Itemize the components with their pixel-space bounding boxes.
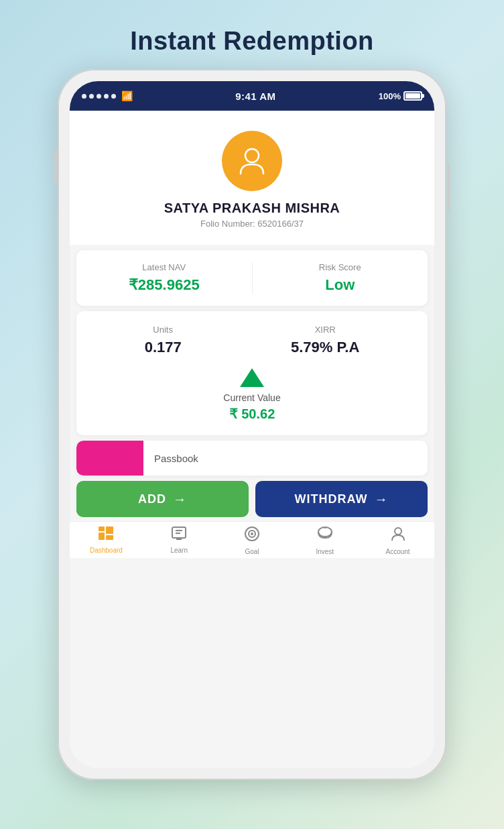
goal-label: Goal bbox=[245, 548, 259, 555]
bottom-nav: Dashboard Learn bbox=[70, 521, 434, 558]
withdraw-label: WITHDRAW bbox=[295, 492, 368, 506]
add-label: ADD bbox=[138, 492, 166, 506]
withdraw-button[interactable]: WITHDRAW → bbox=[255, 481, 428, 517]
add-button[interactable]: ADD → bbox=[76, 481, 249, 517]
phone-frame: 📶 9:41 AM 100% SATYA PRAKASH M bbox=[58, 69, 446, 780]
svg-rect-4 bbox=[106, 535, 113, 540]
current-value-amount: ₹ 50.62 bbox=[229, 406, 275, 422]
risk-label: Risk Score bbox=[319, 262, 361, 272]
xirr-value: 5.79% P.A bbox=[291, 339, 359, 356]
user-name: SATYA PRAKASH MISHRA bbox=[164, 201, 340, 216]
svg-rect-3 bbox=[106, 527, 113, 534]
dashboard-label: Dashboard bbox=[90, 547, 123, 554]
nav-cell: Latest NAV ₹285.9625 bbox=[76, 262, 253, 294]
current-value-label: Current Value bbox=[223, 392, 280, 403]
risk-value: Low bbox=[325, 276, 355, 294]
nav-value: ₹285.9625 bbox=[129, 276, 200, 294]
invest-label: Invest bbox=[316, 548, 334, 555]
units-row: Units 0.177 XIRR 5.79% P.A bbox=[90, 325, 414, 356]
add-arrow-icon: → bbox=[173, 492, 187, 507]
side-button-left bbox=[54, 150, 57, 183]
svg-rect-2 bbox=[99, 533, 105, 540]
dashboard-icon bbox=[98, 526, 114, 545]
page-title: Instant Redemption bbox=[130, 27, 374, 56]
stats-card: Latest NAV ₹285.9625 Risk Score Low bbox=[76, 250, 428, 306]
status-bar: 📶 9:41 AM 100% bbox=[70, 81, 434, 111]
signal-dot-2 bbox=[89, 94, 94, 99]
units-label: Units bbox=[153, 325, 173, 335]
account-icon bbox=[390, 526, 406, 546]
svg-point-12 bbox=[251, 533, 253, 535]
signal-dot-3 bbox=[97, 94, 101, 99]
goal-icon bbox=[244, 526, 260, 546]
current-value-section: Current Value ₹ 50.62 bbox=[90, 368, 414, 422]
battery-icon bbox=[403, 91, 422, 101]
learn-icon bbox=[171, 526, 187, 545]
units-cell: Units 0.177 bbox=[145, 325, 182, 356]
nav-item-account[interactable]: Account bbox=[361, 526, 434, 555]
signal-dot-1 bbox=[82, 94, 86, 99]
units-value: 0.177 bbox=[145, 339, 182, 356]
xirr-cell: XIRR 5.79% P.A bbox=[291, 325, 359, 356]
passbook-label: Passbook bbox=[143, 453, 209, 464]
svg-rect-1 bbox=[99, 527, 105, 531]
nav-label: Latest NAV bbox=[142, 262, 186, 272]
battery-area: 100% bbox=[379, 91, 422, 101]
triangle-up-icon bbox=[240, 368, 264, 387]
folio-number: Folio Number: 6520166/37 bbox=[200, 219, 304, 229]
battery-fill bbox=[405, 93, 420, 99]
status-time: 9:41 AM bbox=[235, 91, 275, 102]
signal-dot-5 bbox=[111, 94, 116, 99]
profile-card: SATYA PRAKASH MISHRA Folio Number: 65201… bbox=[70, 111, 434, 245]
nav-item-dashboard[interactable]: Dashboard bbox=[70, 526, 143, 555]
withdraw-arrow-icon: → bbox=[374, 492, 388, 507]
signal-area: 📶 bbox=[82, 91, 133, 101]
xirr-label: XIRR bbox=[315, 325, 336, 335]
passbook-tab bbox=[76, 441, 143, 476]
nav-item-goal[interactable]: Goal bbox=[216, 526, 289, 555]
learn-label: Learn bbox=[170, 547, 188, 554]
nav-item-invest[interactable]: Invest bbox=[288, 526, 361, 555]
signal-dot-4 bbox=[104, 94, 109, 99]
invest-icon bbox=[316, 526, 334, 546]
passbook-strip[interactable]: Passbook bbox=[76, 441, 428, 476]
nav-item-learn[interactable]: Learn bbox=[143, 526, 216, 555]
units-card: Units 0.177 XIRR 5.79% P.A Current Value… bbox=[76, 311, 428, 435]
avatar bbox=[222, 131, 282, 191]
phone-screen: 📶 9:41 AM 100% SATYA PRAKASH M bbox=[70, 81, 434, 768]
svg-point-0 bbox=[245, 149, 259, 162]
svg-point-13 bbox=[318, 527, 332, 537]
risk-cell: Risk Score Low bbox=[253, 262, 428, 294]
battery-percent: 100% bbox=[379, 91, 401, 101]
svg-point-15 bbox=[395, 528, 401, 535]
account-label: Account bbox=[386, 548, 410, 555]
content-area: SATYA PRAKASH MISHRA Folio Number: 65201… bbox=[70, 111, 434, 768]
action-buttons: ADD → WITHDRAW → bbox=[70, 481, 434, 517]
wifi-icon: 📶 bbox=[121, 91, 133, 101]
side-button-right bbox=[447, 163, 450, 210]
avatar-icon bbox=[235, 144, 269, 178]
